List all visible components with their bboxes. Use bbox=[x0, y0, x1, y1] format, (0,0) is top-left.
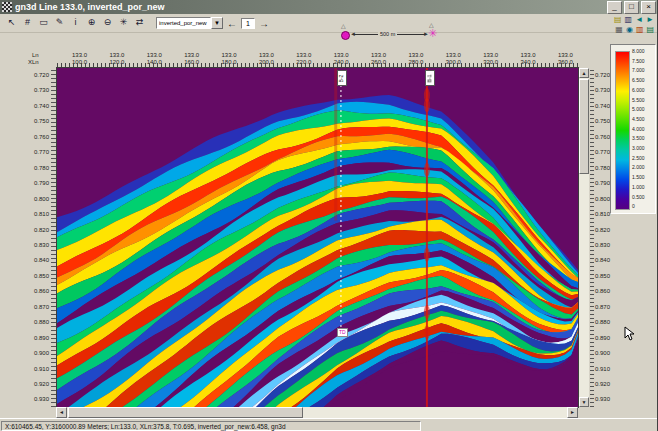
ln-tick-label: 133.0 bbox=[521, 52, 536, 58]
right-axis-ticks bbox=[590, 68, 594, 407]
time-tick-label: 0.860 bbox=[26, 288, 49, 294]
pick-tool[interactable]: ✎ bbox=[52, 16, 67, 30]
time-tick-label: 0.750 bbox=[26, 118, 49, 124]
time-tick-label: 0.880 bbox=[595, 319, 617, 325]
close-button[interactable]: × bbox=[641, 1, 656, 14]
time-tick-label: 0.920 bbox=[595, 381, 617, 387]
view-icon[interactable]: ◉ bbox=[626, 25, 633, 34]
palette-icon[interactable]: ▥ bbox=[636, 25, 644, 34]
zoom-out-tool[interactable]: ⊖ bbox=[100, 16, 115, 30]
window-title: gn3d Line 133.0, inverted_por_new bbox=[15, 2, 165, 12]
time-tick-label: 0.810 bbox=[26, 211, 49, 217]
line-step-input[interactable]: 1 bbox=[241, 18, 255, 29]
title-bar[interactable]: gn3d Line 133.0, inverted_por_new _ □ × bbox=[0, 0, 658, 14]
time-tick-label: 0.890 bbox=[26, 335, 49, 341]
layer-dropdown-value[interactable]: inverted_por_new bbox=[156, 17, 211, 29]
time-tick-label: 0.840 bbox=[26, 257, 49, 263]
time-tick-label: 0.910 bbox=[26, 366, 49, 372]
ln-tick-label: 133.0 bbox=[259, 52, 274, 58]
colorbar-tick-label: 2.500 bbox=[632, 156, 645, 161]
time-tick-label: 0.930 bbox=[595, 396, 617, 402]
well-flag-right[interactable]: B-1 bbox=[425, 70, 435, 86]
toolbar: ↖#▭✎i⊕⊖✳⇄ inverted_por_new ▼ ← 1 → bbox=[0, 14, 658, 33]
time-axis-left: 0.7200.7300.7400.7500.7600.7700.7800.790… bbox=[26, 68, 49, 407]
arrow-left-icon: ◄ bbox=[350, 31, 356, 37]
time-tick-label: 0.890 bbox=[595, 335, 617, 341]
colorbar-panel: 8.0007.5007.0006.5006.0005.5005.0004.500… bbox=[610, 44, 656, 214]
seismic-section-view[interactable] bbox=[57, 68, 578, 407]
vertical-scroll-thumb[interactable] bbox=[579, 79, 589, 174]
time-tick-label: 0.840 bbox=[595, 257, 617, 263]
zoom-in-tool[interactable]: ⊕ bbox=[84, 16, 99, 30]
ln-tick-label: 133.0 bbox=[147, 52, 162, 58]
ln-axis-header: Ln bbox=[32, 52, 39, 58]
well-flag-left[interactable]: B-2 bbox=[337, 70, 347, 86]
time-tick-label: 0.870 bbox=[595, 304, 617, 310]
colorbar-tick-label: 3.500 bbox=[632, 136, 645, 141]
derrick-icon: △ bbox=[341, 23, 346, 29]
well-location-star-icon[interactable]: ✳ bbox=[428, 28, 437, 38]
app-window: gn3d Line 133.0, inverted_por_new _ □ × … bbox=[0, 0, 658, 431]
ln-tick-label: 133.0 bbox=[371, 52, 386, 58]
time-tick-label: 0.920 bbox=[26, 381, 49, 387]
colorbar-tick-label: 8.000 bbox=[632, 49, 645, 54]
scroll-down-icon[interactable]: ▼ bbox=[579, 397, 589, 407]
erase-tool[interactable]: ▭ bbox=[36, 16, 51, 30]
open-icon[interactable]: ▤ bbox=[614, 15, 622, 24]
horizontal-scroll-thumb[interactable] bbox=[68, 407, 303, 418]
layers-icon[interactable]: ▤ bbox=[646, 25, 654, 34]
chevron-down-icon[interactable]: ▼ bbox=[211, 17, 223, 29]
colorbar-tick-label: 1.500 bbox=[632, 175, 645, 180]
info-tool[interactable]: i bbox=[68, 16, 83, 30]
colorbar-tick-label: 6.000 bbox=[632, 88, 645, 93]
time-tick-label: 0.760 bbox=[26, 134, 49, 140]
time-tick-label: 0.720 bbox=[26, 72, 49, 78]
time-tick-label: 0.860 bbox=[595, 288, 617, 294]
ln-tick-label: 133.0 bbox=[109, 52, 124, 58]
time-tick-label: 0.820 bbox=[595, 227, 617, 233]
minimize-button[interactable]: _ bbox=[607, 1, 622, 14]
well-location-dot-icon[interactable] bbox=[341, 31, 350, 40]
save-icon[interactable]: ▥ bbox=[625, 15, 633, 24]
colorbar-tick-label: 5.500 bbox=[632, 98, 645, 103]
time-tick-label: 0.790 bbox=[26, 180, 49, 186]
scroll-right-icon[interactable]: ► bbox=[567, 407, 578, 418]
colorbar-tick-label: 4.500 bbox=[632, 117, 645, 122]
time-tick-label: 0.930 bbox=[26, 396, 49, 402]
status-bar: X:610465.45, Y:3160000.89 Meters; Ln:133… bbox=[0, 418, 658, 431]
xln-axis-header: XLn bbox=[28, 59, 39, 65]
td-marker: TD bbox=[337, 328, 348, 337]
colorbar-tick-label: 5.000 bbox=[632, 107, 645, 112]
time-tick-label: 0.830 bbox=[26, 242, 49, 248]
snap-tool[interactable]: # bbox=[20, 16, 35, 30]
snapshot-icon[interactable]: ▦ bbox=[615, 25, 623, 34]
prev-line-button[interactable]: ← bbox=[227, 18, 237, 29]
time-tick-label: 0.880 bbox=[26, 319, 49, 325]
time-tick-label: 0.770 bbox=[26, 149, 49, 155]
swap-view-tool[interactable]: ⇄ bbox=[132, 16, 147, 30]
time-tick-label: 0.910 bbox=[595, 366, 617, 372]
colorbar-tick-label: 1.000 bbox=[632, 185, 645, 190]
ln-axis-values: 133.0133.0133.0133.0133.0133.0133.0133.0… bbox=[72, 52, 573, 58]
scroll-left-icon[interactable]: ◄ bbox=[56, 407, 67, 418]
colorbar-tick-label: 0 bbox=[632, 204, 635, 209]
ln-tick-label: 133.0 bbox=[483, 52, 498, 58]
colorbar-tick-label: 0.500 bbox=[632, 195, 645, 200]
colorbar-tick-label: 2.000 bbox=[632, 165, 645, 170]
time-tick-label: 0.730 bbox=[26, 87, 49, 93]
refresh-tool[interactable]: ✳ bbox=[116, 16, 131, 30]
time-tick-label: 0.850 bbox=[26, 273, 49, 279]
step-back-icon[interactable]: ◄ bbox=[635, 15, 643, 24]
select-tool[interactable]: ↖ bbox=[4, 16, 19, 30]
mouse-cursor bbox=[624, 326, 635, 342]
step-forward-icon[interactable]: ► bbox=[646, 15, 654, 24]
right-toolbar-row1: ▤▥◄► bbox=[614, 15, 654, 24]
maximize-button[interactable]: □ bbox=[624, 1, 639, 14]
next-line-button[interactable]: → bbox=[259, 18, 269, 29]
left-axis-ticks bbox=[51, 68, 56, 407]
layer-dropdown[interactable]: inverted_por_new ▼ bbox=[156, 17, 223, 29]
tool-button-group: ↖#▭✎i⊕⊖✳⇄ bbox=[4, 16, 148, 30]
scroll-up-icon[interactable]: ▲ bbox=[579, 68, 589, 78]
time-tick-label: 0.780 bbox=[26, 165, 49, 171]
colorbar-tick-label: 3.000 bbox=[632, 146, 645, 151]
